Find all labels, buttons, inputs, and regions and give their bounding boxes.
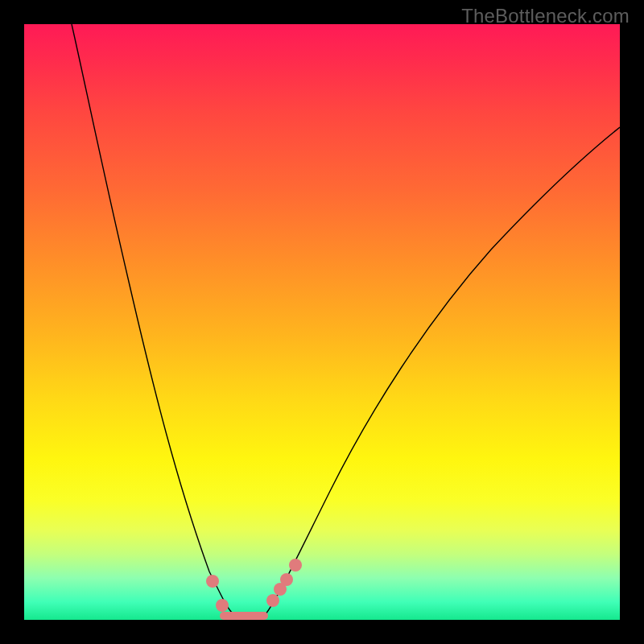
right-curve [266, 127, 620, 614]
marker-left-1 [206, 575, 219, 588]
left-curve [72, 24, 233, 614]
marker-right-3 [280, 573, 293, 586]
curves-layer [24, 24, 620, 620]
plot-area [24, 24, 620, 620]
marker-right-1 [266, 594, 279, 607]
marker-right-4 [289, 559, 302, 572]
marker-left-2 [216, 599, 229, 612]
chart-frame: TheBottleneck.com [0, 0, 644, 644]
watermark-text: TheBottleneck.com [461, 5, 630, 27]
